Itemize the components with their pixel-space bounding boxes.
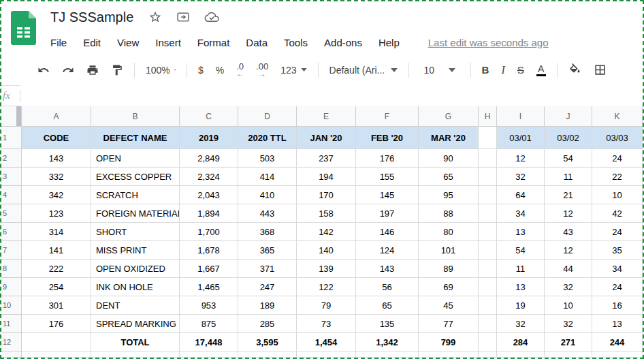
paint-format-button[interactable]	[105, 61, 129, 79]
fill-color-button[interactable]	[562, 61, 587, 79]
cell-F7[interactable]: 124	[356, 241, 419, 260]
cell-I1[interactable]: 03/01	[497, 127, 545, 149]
bold-button[interactable]: B	[476, 61, 496, 78]
cell-K-partial[interactable]	[592, 352, 643, 358]
cell-J5[interactable]: 12	[545, 204, 592, 223]
cell-E-partial[interactable]	[297, 352, 356, 358]
cell-C3[interactable]: 2,324	[180, 168, 238, 186]
menu-file[interactable]: File	[45, 37, 75, 48]
cell-D1[interactable]: 2020 TTL	[238, 127, 297, 149]
cell-D7[interactable]: 365	[238, 241, 297, 260]
cell-J2[interactable]: 54	[545, 149, 592, 168]
cell-D-partial[interactable]	[238, 352, 297, 358]
cell-A10[interactable]: 301	[22, 296, 91, 315]
cell-J7[interactable]: 12	[545, 241, 592, 260]
cell-B8[interactable]: OPEN OXIDIZED	[91, 260, 180, 278]
cell-B2[interactable]: OPEN	[91, 149, 180, 168]
folder-move-icon[interactable]	[176, 10, 191, 24]
cell-F4[interactable]: 145	[356, 186, 419, 204]
cell-C1[interactable]: 2019	[180, 127, 238, 149]
cell-I11[interactable]: 32	[497, 315, 545, 333]
row-header-partial[interactable]	[1, 352, 22, 358]
cell-A9[interactable]: 254	[22, 278, 91, 296]
cell-H8[interactable]	[479, 260, 497, 278]
cell-D9[interactable]: 247	[238, 278, 297, 296]
cell-K10[interactable]: 16	[592, 296, 643, 315]
cell-G10[interactable]: 45	[419, 296, 479, 315]
cell-F3[interactable]: 155	[356, 168, 419, 186]
cell-H1[interactable]	[479, 127, 497, 149]
cell-J12[interactable]: 271	[545, 333, 592, 352]
cell-H2[interactable]	[479, 149, 497, 168]
column-header-A[interactable]: A	[22, 106, 91, 127]
cloud-check-icon[interactable]	[204, 11, 220, 23]
redo-button[interactable]	[56, 61, 80, 79]
row-header-11[interactable]: 11	[1, 315, 22, 333]
cell-C9[interactable]: 1,465	[180, 278, 238, 296]
cell-I-partial[interactable]	[497, 352, 545, 358]
cell-A8[interactable]: 222	[22, 260, 91, 278]
cell-I3[interactable]: 32	[497, 168, 545, 186]
cell-E9[interactable]: 122	[297, 278, 356, 296]
menu-insert[interactable]: Insert	[147, 37, 189, 48]
cell-G11[interactable]: 77	[419, 315, 479, 333]
cell-F9[interactable]: 56	[356, 278, 419, 296]
row-header-10[interactable]: 10	[1, 296, 22, 315]
document-title[interactable]: TJ SSSample	[50, 10, 133, 25]
cell-H-partial[interactable]	[479, 352, 497, 358]
cell-D8[interactable]: 371	[238, 260, 297, 278]
column-header-F[interactable]: F	[356, 106, 419, 127]
cell-A3[interactable]: 332	[22, 168, 91, 186]
cell-C12[interactable]: 17,448	[180, 333, 238, 352]
formula-input[interactable]	[20, 85, 643, 106]
cell-D10[interactable]: 189	[238, 296, 297, 315]
cell-F10[interactable]: 65	[356, 296, 419, 315]
cell-C7[interactable]: 1,678	[180, 241, 238, 260]
cell-K5[interactable]: 42	[592, 204, 643, 223]
cell-D2[interactable]: 503	[238, 149, 297, 168]
cell-G1[interactable]: MAR '20	[419, 127, 479, 149]
cell-D4[interactable]: 410	[238, 186, 297, 204]
cell-A11[interactable]: 176	[22, 315, 91, 333]
cell-E7[interactable]: 140	[297, 241, 356, 260]
cell-H9[interactable]	[479, 278, 497, 296]
cell-I9[interactable]: 13	[497, 278, 545, 296]
cell-H10[interactable]	[479, 296, 497, 315]
row-header-1[interactable]: 1	[1, 127, 22, 149]
cell-E6[interactable]: 142	[297, 223, 356, 241]
cell-C5[interactable]: 1,894	[180, 204, 238, 223]
cell-K11[interactable]: 13	[592, 315, 643, 333]
cell-I7[interactable]: 54	[497, 241, 545, 260]
cell-I4[interactable]: 64	[497, 186, 545, 204]
cell-K7[interactable]: 35	[592, 241, 643, 260]
cell-E5[interactable]: 158	[297, 204, 356, 223]
menu-view[interactable]: View	[109, 37, 147, 48]
cell-B12[interactable]: TOTAL	[91, 333, 180, 352]
cell-G2[interactable]: 90	[419, 149, 479, 168]
borders-button[interactable]	[587, 61, 613, 79]
cell-D5[interactable]: 443	[238, 204, 297, 223]
cell-B4[interactable]: SCRATCH	[91, 186, 180, 204]
cell-I2[interactable]: 12	[497, 149, 545, 168]
undo-button[interactable]	[31, 61, 56, 79]
italic-button[interactable]: I	[495, 61, 511, 79]
cell-F-partial[interactable]	[356, 352, 419, 358]
cell-K2[interactable]: 24	[592, 149, 643, 168]
menu-edit[interactable]: Edit	[75, 37, 109, 48]
row-header-5[interactable]: 5	[1, 204, 22, 223]
cell-D6[interactable]: 368	[238, 223, 297, 241]
cell-D3[interactable]: 414	[238, 168, 297, 186]
cell-J11[interactable]: 32	[545, 315, 592, 333]
cell-G12[interactable]: 799	[419, 333, 479, 352]
cell-F2[interactable]: 176	[356, 149, 419, 168]
cell-J6[interactable]: 43	[545, 223, 592, 241]
cell-K4[interactable]: 10	[592, 186, 643, 204]
menu-help[interactable]: Help	[370, 37, 408, 48]
cell-B-partial[interactable]	[91, 352, 180, 358]
text-color-button[interactable]: A	[530, 61, 552, 79]
cell-F8[interactable]: 143	[356, 260, 419, 278]
cell-E10[interactable]: 79	[297, 296, 356, 315]
cell-K1[interactable]: 03/03	[592, 127, 643, 149]
font-select[interactable]: Default (Ari...	[323, 62, 404, 78]
cell-A5[interactable]: 123	[22, 204, 91, 223]
